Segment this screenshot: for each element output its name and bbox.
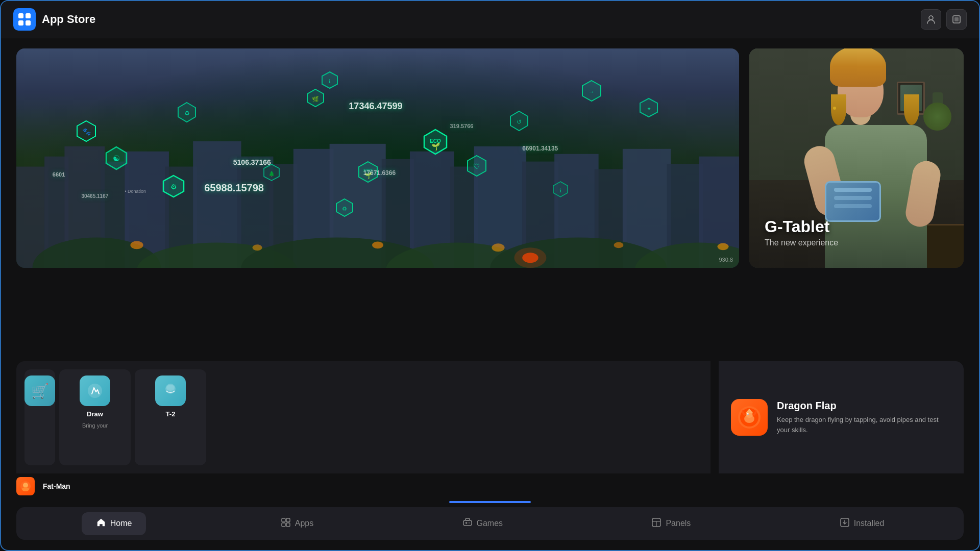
hero-side-subtitle: The new experience xyxy=(765,238,838,247)
t2-icon xyxy=(155,375,186,406)
window-button[interactable] xyxy=(946,9,967,30)
svg-point-39 xyxy=(718,243,729,250)
store-icon: 🛒 xyxy=(24,375,55,406)
svg-point-85 xyxy=(23,483,28,488)
installed-icon xyxy=(840,517,850,530)
t2-card-name: T-2 xyxy=(166,410,176,418)
hero-row: 🐾 ☯ ♻ ⚙ 🌿 ECO🌱 xyxy=(16,48,964,354)
svg-rect-1 xyxy=(26,13,31,18)
hero-main-banner[interactable]: 🐾 ☯ ♻ ⚙ 🌿 ECO🌱 xyxy=(16,48,739,268)
app-card-store-partial[interactable]: 🛒 xyxy=(24,369,55,465)
apps-icon xyxy=(281,517,291,530)
svg-rect-89 xyxy=(282,523,285,527)
bottom-nav: Home Apps xyxy=(16,507,964,540)
float-num-8: 30465.1167 xyxy=(81,193,108,199)
nav-label-games: Games xyxy=(477,519,503,528)
svg-rect-3 xyxy=(26,20,31,26)
svg-point-35 xyxy=(253,244,262,251)
svg-rect-87 xyxy=(282,518,285,522)
nav-item-home[interactable]: Home xyxy=(82,512,146,535)
svg-point-38 xyxy=(614,242,624,248)
scroll-line xyxy=(449,501,531,503)
hero-side-title: G-Tablet xyxy=(765,217,838,236)
draw-icon xyxy=(80,375,110,406)
nav-label-home: Home xyxy=(110,519,132,528)
float-num-7: 6601 xyxy=(53,171,65,178)
draw-card-desc: Bring your xyxy=(82,422,108,429)
svg-point-76 xyxy=(166,385,175,391)
nav-item-apps[interactable]: Apps xyxy=(266,512,328,535)
second-peek-icon xyxy=(16,477,35,495)
score-br: 930.8 xyxy=(719,257,733,263)
hero-side-banner[interactable]: G-Tablet The new experience xyxy=(749,48,964,268)
app-card-draw[interactable]: Draw Bring your xyxy=(59,369,131,465)
svg-rect-6 xyxy=(954,17,959,21)
scroll-indicator xyxy=(1,499,979,507)
featured-app-area[interactable]: Dragon Flap Keep the dragon flying by ta… xyxy=(719,361,964,473)
svg-point-37 xyxy=(492,243,504,252)
second-row-peek: Fat-Man xyxy=(1,473,979,499)
svg-rect-91 xyxy=(463,520,472,525)
featured-app-name: Dragon Flap xyxy=(777,400,951,412)
panels-icon xyxy=(651,517,662,530)
float-num-5: 66901.34135 xyxy=(522,145,558,152)
svg-point-41 xyxy=(514,247,546,268)
second-peek-name: Fat-Man xyxy=(43,482,70,490)
app-logo xyxy=(13,8,36,31)
float-num-4: 17671.6366 xyxy=(363,169,396,177)
svg-point-95 xyxy=(469,522,470,523)
user-button[interactable] xyxy=(921,9,941,30)
app-card-t2[interactable]: T-2 xyxy=(135,369,206,465)
hero-side-text: G-Tablet The new experience xyxy=(765,217,838,247)
float-num-6: 319.5766 xyxy=(450,123,474,129)
svg-point-4 xyxy=(929,16,933,20)
float-num-2: 5106.37166 xyxy=(233,158,271,166)
home-icon xyxy=(96,517,106,530)
bottom-section: 🛒 Draw Bring your xyxy=(16,361,964,473)
header-title: App Store xyxy=(42,13,921,26)
nav-item-panels[interactable]: Panels xyxy=(637,512,705,535)
app-window: App Store xyxy=(0,0,980,551)
draw-card-name: Draw xyxy=(87,410,103,418)
svg-point-36 xyxy=(372,241,383,248)
svg-rect-2 xyxy=(18,20,23,26)
svg-rect-0 xyxy=(18,13,23,18)
featured-app-info: Dragon Flap Keep the dragon flying by ta… xyxy=(777,400,951,435)
nav-label-installed: Installed xyxy=(854,519,885,528)
svg-rect-90 xyxy=(286,523,290,527)
bottom-nav-area: Fat-Man Home xyxy=(1,473,979,550)
svg-rect-92 xyxy=(465,518,470,520)
float-num-3: 65988.15798 xyxy=(204,182,264,194)
games-icon xyxy=(462,517,473,530)
header-actions xyxy=(921,9,967,30)
main-content: 🐾 ☯ ♻ ⚙ 🌿 ECO🌱 xyxy=(1,38,979,473)
featured-app-desc: Keep the dragon flying by tapping, avoid… xyxy=(777,415,951,435)
app-cards-area: 🛒 Draw Bring your xyxy=(16,361,710,473)
svg-point-86 xyxy=(22,487,29,491)
nav-item-games[interactable]: Games xyxy=(448,512,518,535)
nav-label-panels: Panels xyxy=(666,519,691,528)
float-num-1: 17346.47599 xyxy=(349,101,402,112)
header: App Store xyxy=(1,1,979,38)
nav-item-installed[interactable]: Installed xyxy=(825,512,899,535)
svg-rect-88 xyxy=(286,518,290,522)
svg-point-34 xyxy=(130,241,143,249)
featured-app-icon xyxy=(731,399,768,436)
svg-point-83 xyxy=(748,414,749,415)
nav-label-apps: Apps xyxy=(295,519,313,528)
